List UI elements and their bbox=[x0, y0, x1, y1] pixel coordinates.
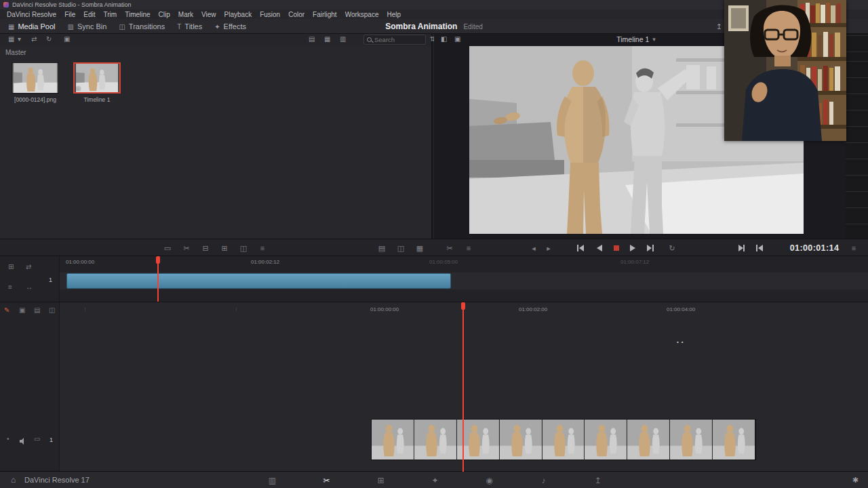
bin-breadcrumb[interactable]: Master bbox=[5, 49, 26, 56]
marker-prev-icon[interactable]: ◂ bbox=[528, 239, 540, 257]
loop-button[interactable]: ↻ bbox=[666, 239, 678, 257]
play-reverse-button[interactable] bbox=[595, 244, 604, 252]
menu-view[interactable]: View bbox=[197, 11, 220, 18]
filmstrip-frame bbox=[372, 420, 414, 460]
match-frame-icon[interactable] bbox=[755, 244, 764, 252]
timeline-view-a-icon[interactable]: ▤ bbox=[376, 239, 388, 257]
media-pool-icon: ▦ bbox=[8, 23, 14, 30]
swap-timeline-icon[interactable]: ⇄ bbox=[26, 263, 31, 270]
timeline-view-b-icon[interactable]: ◫ bbox=[395, 239, 407, 257]
single-viewer-icon[interactable]: ▣ bbox=[454, 35, 460, 43]
bin-camera-icon[interactable]: ▣ bbox=[64, 35, 70, 43]
page-deliver[interactable]: ↥ bbox=[592, 476, 604, 485]
fit-timeline-icon[interactable]: ↔ bbox=[26, 283, 33, 291]
marker-next-icon[interactable]: ▸ bbox=[542, 239, 555, 257]
track-view-icon[interactable]: ▤ bbox=[34, 306, 40, 314]
tool-select-icon[interactable]: ▭ bbox=[161, 239, 174, 257]
ruler-tick: 01:00:02:00 bbox=[519, 306, 547, 312]
menu-workspace[interactable]: Workspace bbox=[341, 11, 383, 18]
filmstrip-frame bbox=[500, 420, 542, 460]
go-to-end-button[interactable] bbox=[646, 244, 654, 252]
titles-toggle[interactable]: T Titles bbox=[177, 22, 202, 30]
settings-gear-icon[interactable]: ✱ bbox=[852, 472, 859, 488]
zoom-mode-icon[interactable]: ⊞ bbox=[8, 263, 14, 270]
page-color[interactable]: ◉ bbox=[484, 476, 495, 485]
dual-viewer-icon[interactable]: ◧ bbox=[441, 35, 447, 43]
bin-grid-icon[interactable]: ▦ bbox=[8, 35, 14, 43]
play-around-icon[interactable] bbox=[737, 244, 745, 252]
page-media[interactable]: ▥ bbox=[267, 476, 278, 485]
page-fairlight[interactable]: ♪ bbox=[538, 476, 549, 485]
menu-color[interactable]: Color bbox=[284, 11, 309, 18]
menu-fusion[interactable]: Fusion bbox=[256, 11, 284, 18]
transitions-toggle[interactable]: ◫ Transitions bbox=[119, 22, 165, 30]
page-edit[interactable]: ⊞ bbox=[375, 476, 387, 485]
tool-razor-icon[interactable]: ✂ bbox=[180, 239, 193, 257]
lower-timeline[interactable]: ✎ ▣ ▤ ◫ • ▭ 1 01:00:00:00 01:00:02:00 01… bbox=[0, 302, 868, 471]
timeline-selector[interactable]: Timeline 1 ▾ bbox=[616, 35, 656, 43]
playhead-handle[interactable] bbox=[461, 302, 465, 310]
media-pool-header: ▦ ▾ ⇄ ↻ ▣ ▤ ▦ ▥ ⇅ bbox=[0, 34, 431, 46]
split-clip-icon[interactable]: ✂ bbox=[443, 239, 456, 257]
upper-timeline[interactable]: ⊞ ⇄ ≡ ↔ 1 01:00:00:00 01:00:02:12 01:00:… bbox=[0, 256, 868, 302]
timeline-options-icon[interactable]: ≡ bbox=[462, 239, 475, 257]
search-input[interactable] bbox=[374, 36, 422, 43]
ruler-tickmark bbox=[236, 308, 237, 311]
lower-playhead[interactable] bbox=[462, 302, 464, 472]
tool-overwrite-icon[interactable]: ◫ bbox=[237, 239, 250, 257]
menu-timeline[interactable]: Timeline bbox=[121, 11, 154, 18]
tool-append-icon[interactable]: ≡ bbox=[256, 239, 269, 257]
menu-clip[interactable]: Clip bbox=[155, 11, 174, 18]
menu-fairlight[interactable]: Fairlight bbox=[309, 11, 341, 18]
project-manager-icon[interactable]: ⌂ bbox=[11, 472, 16, 488]
menu-trim[interactable]: Trim bbox=[100, 11, 121, 18]
play-button[interactable] bbox=[629, 244, 637, 252]
window-title: DaVinci Resolve Studio - Sombra Animatio… bbox=[12, 1, 131, 8]
filmstrip-frame bbox=[670, 420, 713, 460]
track-options-icon[interactable]: ◫ bbox=[49, 306, 55, 314]
grid-view-icon[interactable]: ▦ bbox=[324, 35, 330, 43]
monitor-icon[interactable]: ▭ bbox=[34, 435, 40, 443]
speaker-icon[interactable] bbox=[19, 438, 27, 445]
upper-playhead[interactable] bbox=[157, 256, 159, 302]
upper-timeline-clip[interactable] bbox=[66, 273, 451, 289]
media-clip-png-sequence[interactable]: [0000-0124].png bbox=[12, 62, 59, 103]
menu-edit[interactable]: Edit bbox=[79, 11, 99, 18]
search-icon bbox=[367, 37, 372, 42]
thumbnail-view-icon[interactable]: ▤ bbox=[309, 35, 315, 43]
bin-chevron-icon[interactable]: ▾ bbox=[18, 35, 21, 43]
page-fusion[interactable]: ✦ bbox=[429, 476, 441, 485]
stop-button[interactable] bbox=[612, 244, 620, 252]
strip-view-icon[interactable]: ▥ bbox=[340, 35, 346, 43]
menu-playback[interactable]: Playback bbox=[220, 11, 256, 18]
sync-bin-toggle[interactable]: ▥ Sync Bin bbox=[68, 22, 107, 30]
search-box[interactable] bbox=[363, 35, 426, 45]
go-to-start-button[interactable] bbox=[576, 244, 585, 252]
menu-davinci-resolve[interactable]: DaVinci Resolve bbox=[3, 11, 60, 18]
track-lock-icon[interactable]: • bbox=[7, 435, 9, 443]
menu-help[interactable]: Help bbox=[382, 11, 405, 18]
transport-menu-icon[interactable]: ≡ bbox=[848, 239, 860, 257]
chevron-down-icon: ▾ bbox=[652, 36, 656, 43]
export-icon[interactable]: ↥ bbox=[716, 22, 722, 31]
menu-mark[interactable]: Mark bbox=[174, 11, 197, 18]
effects-toggle[interactable]: ✦ Effects bbox=[214, 22, 246, 30]
upper-track-number: 1 bbox=[49, 277, 52, 283]
clip-thumbnail[interactable] bbox=[12, 62, 59, 94]
timeline-clip-filmstrip[interactable] bbox=[371, 419, 756, 460]
media-clip-timeline-1[interactable]: ▤ Timeline 1 bbox=[73, 62, 121, 103]
clip-thumbnail[interactable]: ▤ bbox=[73, 62, 121, 94]
ruler-tick: 01:00:02:12 bbox=[251, 259, 279, 265]
page-cut[interactable]: ✂ bbox=[321, 476, 332, 485]
menu-file[interactable]: File bbox=[60, 11, 79, 18]
timeline-view-c-icon[interactable]: ▦ bbox=[414, 239, 426, 257]
playhead-handle[interactable] bbox=[156, 256, 160, 264]
track-list-icon[interactable]: ≡ bbox=[8, 283, 12, 291]
media-pool-toggle[interactable]: ▦ Media Pool bbox=[8, 22, 56, 30]
bin-refresh-icon[interactable]: ↻ bbox=[46, 35, 52, 43]
tool-insert-icon[interactable]: ⊞ bbox=[218, 239, 231, 257]
camera-lock-icon[interactable]: ▣ bbox=[19, 306, 25, 314]
bin-swap-icon[interactable]: ⇄ bbox=[31, 35, 37, 43]
tool-trim-icon[interactable]: ⊟ bbox=[199, 239, 212, 257]
draw-tool-icon[interactable]: ✎ bbox=[4, 306, 9, 314]
